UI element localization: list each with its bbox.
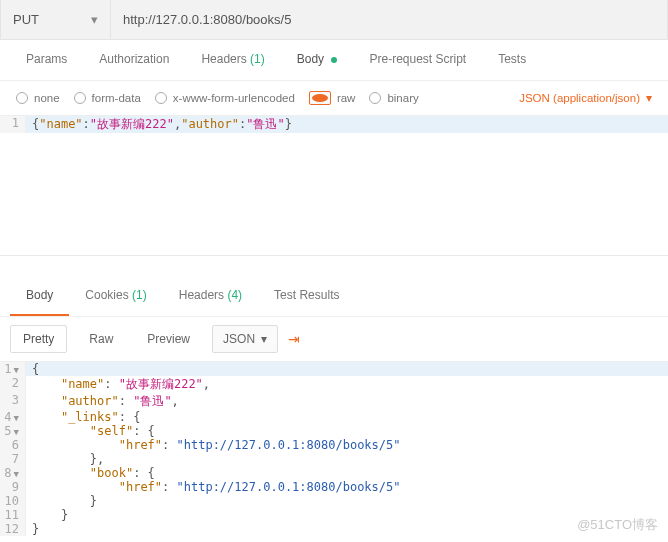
radio-binary[interactable]: binary — [369, 92, 418, 104]
radio-form-data[interactable]: form-data — [74, 92, 141, 104]
body-type-options: none form-data x-www-form-urlencoded raw… — [0, 81, 668, 116]
resp-tab-cookies[interactable]: Cookies (1) — [69, 276, 162, 316]
content-type-dropdown[interactable]: JSON (application/json) ▾ — [519, 91, 652, 105]
tab-headers[interactable]: Headers (1) — [185, 40, 280, 80]
request-body-editor[interactable]: 1 {"name":"故事新编222","author":"鲁迅"} — [0, 116, 668, 256]
wrap-lines-icon[interactable]: ⇥ — [288, 331, 300, 347]
chevron-down-icon: ▾ — [261, 332, 267, 346]
resp-tab-headers[interactable]: Headers (4) — [163, 276, 258, 316]
pretty-button[interactable]: Pretty — [10, 325, 67, 353]
line-gutter: 1 — [0, 116, 26, 133]
radio-urlencoded[interactable]: x-www-form-urlencoded — [155, 92, 295, 104]
radio-raw[interactable]: raw — [309, 91, 356, 105]
watermark: @51CTO博客 — [577, 516, 658, 534]
radio-selected-icon — [309, 91, 331, 105]
headers-count: (1) — [250, 52, 265, 66]
resp-headers-count: (4) — [227, 288, 242, 302]
resp-tab-test-results[interactable]: Test Results — [258, 276, 355, 316]
radio-icon — [74, 92, 86, 104]
radio-icon — [155, 92, 167, 104]
radio-icon — [16, 92, 28, 104]
tab-params[interactable]: Params — [10, 40, 83, 80]
radio-icon — [369, 92, 381, 104]
tab-body[interactable]: Body — [281, 40, 354, 80]
resp-tab-body[interactable]: Body — [10, 276, 69, 316]
preview-button[interactable]: Preview — [135, 326, 202, 352]
code-line: {"name":"故事新编222","author":"鲁迅"} — [26, 116, 668, 133]
raw-button[interactable]: Raw — [77, 326, 125, 352]
request-tabs: Params Authorization Headers (1) Body Pr… — [0, 40, 668, 81]
request-topbar: PUT ▾ http://127.0.0.1:8080/books/5 — [0, 0, 668, 40]
http-method-dropdown[interactable]: PUT ▾ — [1, 0, 111, 39]
radio-none[interactable]: none — [16, 92, 60, 104]
response-lang-dropdown[interactable]: JSON ▾ — [212, 325, 278, 353]
cookies-count: (1) — [132, 288, 147, 302]
url-text: http://127.0.0.1:8080/books/5 — [123, 12, 291, 27]
chevron-down-icon: ▾ — [646, 91, 652, 105]
response-tabs: Body Cookies (1) Headers (4) Test Result… — [0, 276, 668, 317]
response-toolbar: Pretty Raw Preview JSON ▾ ⇥ — [0, 317, 668, 362]
tab-tests[interactable]: Tests — [482, 40, 542, 80]
tab-authorization[interactable]: Authorization — [83, 40, 185, 80]
chevron-down-icon: ▾ — [91, 12, 98, 27]
http-method-label: PUT — [13, 12, 39, 27]
response-body-editor[interactable]: 1▼{ 2 "name": "故事新编222", 3 "author": "鲁迅… — [0, 362, 668, 536]
tab-prerequest-script[interactable]: Pre-request Script — [353, 40, 482, 80]
url-input[interactable]: http://127.0.0.1:8080/books/5 — [111, 0, 667, 39]
body-active-dot-icon — [331, 57, 337, 63]
